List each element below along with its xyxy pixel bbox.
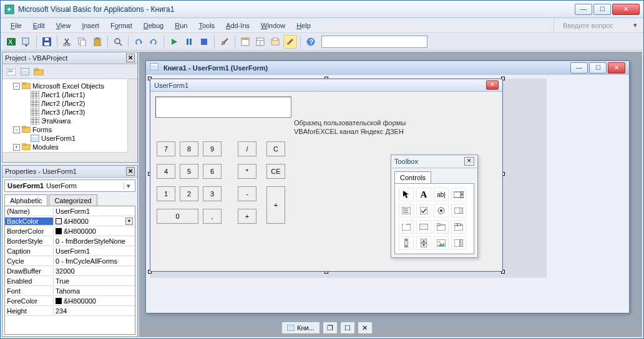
tree-workbook[interactable]: ЭтаКнига: [41, 117, 71, 125]
tool-multipage-icon[interactable]: [451, 220, 466, 234]
help-search-input[interactable]: Введите вопрос: [559, 22, 632, 29]
project-explorer-icon[interactable]: [238, 35, 252, 49]
calc-btn-8[interactable]: 8: [180, 141, 198, 156]
tool-togglebutton-icon[interactable]: [451, 204, 466, 217]
calc-btn-plus[interactable]: +: [266, 186, 285, 224]
property-row[interactable]: EnabledTrue: [5, 276, 135, 286]
view-excel-icon[interactable]: X: [4, 35, 18, 49]
tree-sheet2[interactable]: Лист2 (Лист2): [41, 100, 85, 107]
tool-refedit-icon[interactable]: [451, 236, 466, 250]
properties-panel-close[interactable]: ✕: [126, 167, 135, 176]
menu-run[interactable]: Run: [170, 21, 192, 31]
calc-btn-minus[interactable]: -: [238, 186, 256, 201]
properties-grid[interactable]: (Name)UserForm1BackColor&H8000▾BorderCol…: [4, 206, 135, 335]
insert-dropdown-icon[interactable]: [19, 35, 33, 49]
menu-insert[interactable]: Insert: [77, 21, 104, 31]
toolbox-close[interactable]: ✕: [464, 157, 474, 166]
view-code-icon[interactable]: [5, 65, 17, 78]
run-icon[interactable]: [167, 35, 181, 49]
calc-btn-comma[interactable]: ,: [203, 209, 222, 224]
taskbar-close-icon[interactable]: ✕: [358, 322, 373, 334]
paste-icon[interactable]: [90, 35, 104, 49]
property-row[interactable]: BorderStyle0 - fmBorderStyleNone: [5, 236, 135, 246]
tool-listbox-icon[interactable]: [399, 204, 414, 217]
copy-icon[interactable]: [76, 35, 89, 49]
tree-modules[interactable]: Modules: [32, 143, 59, 151]
tool-tabstrip-icon[interactable]: [434, 220, 449, 234]
mdi-maximize-button[interactable]: ☐: [589, 62, 607, 74]
tool-spinbutton-icon[interactable]: [416, 236, 431, 250]
tool-scrollbar-icon[interactable]: [399, 236, 414, 250]
tool-commandbutton-icon[interactable]: [416, 220, 431, 234]
menu-format[interactable]: Format: [105, 21, 137, 31]
property-row[interactable]: Height234: [5, 306, 135, 316]
find-icon[interactable]: [111, 35, 125, 49]
undo-icon[interactable]: [132, 35, 145, 49]
tree-sheet3[interactable]: Лист3 (Лист3): [41, 108, 85, 116]
taskbar-restore-icon[interactable]: ❐: [323, 322, 338, 334]
project-panel-close[interactable]: ✕: [126, 54, 135, 62]
toolbox-window[interactable]: Toolbox ✕ Controls A ab|: [391, 155, 478, 258]
tool-frame-icon[interactable]: [399, 220, 414, 234]
reset-icon[interactable]: [197, 35, 211, 49]
menu-tools[interactable]: Tools: [193, 21, 220, 31]
calc-btn-divide[interactable]: /: [238, 141, 256, 156]
properties-object-combo[interactable]: UserForm1UserForm ▾: [4, 179, 135, 192]
calculator-display[interactable]: [155, 97, 291, 118]
property-row[interactable]: DrawBuffer32000: [5, 266, 135, 276]
taskbar-item[interactable]: Кни...: [281, 322, 320, 334]
help-search-dropdown[interactable]: ▾: [632, 21, 638, 29]
cut-icon[interactable]: [61, 35, 74, 49]
tree-sheet1[interactable]: Лист1 (Лист1): [41, 91, 85, 98]
property-row[interactable]: FontTahoma: [5, 286, 135, 296]
calc-btn-9[interactable]: 9: [203, 141, 222, 156]
tool-combobox-icon[interactable]: [451, 188, 466, 201]
break-icon[interactable]: [182, 35, 196, 49]
toggle-folders-icon[interactable]: [32, 65, 45, 78]
calc-btn-plus2[interactable]: +: [238, 209, 256, 224]
design-mode-icon[interactable]: [218, 35, 232, 49]
calc-btn-7[interactable]: 7: [157, 141, 175, 156]
project-tree[interactable]: −Microsoft Excel Objects Лист1 (Лист1) Л…: [2, 79, 137, 154]
tool-pointer-icon[interactable]: [399, 188, 414, 201]
position-combo[interactable]: [321, 36, 427, 48]
calc-btn-ce[interactable]: CE: [266, 164, 285, 179]
form-designer[interactable]: UserForm1 ✕ Образец пользовательской фор…: [150, 79, 547, 278]
calc-btn-multiply[interactable]: *: [238, 164, 256, 179]
calc-btn-6[interactable]: 6: [203, 164, 222, 179]
save-icon[interactable]: [40, 35, 54, 49]
property-row[interactable]: ForeColor&H800000: [5, 296, 135, 306]
view-object-icon[interactable]: [19, 65, 31, 78]
properties-tab-alphabetic[interactable]: Alphabetic: [4, 194, 47, 206]
mdi-minimize-button[interactable]: —: [570, 62, 588, 74]
toolbox-tab-controls[interactable]: Controls: [394, 171, 431, 183]
menu-file[interactable]: File: [6, 21, 27, 31]
menu-edit[interactable]: Edit: [28, 21, 50, 31]
property-row[interactable]: (Name)UserForm1: [5, 206, 135, 216]
minimize-button[interactable]: —: [575, 4, 592, 15]
menu-debug[interactable]: Debug: [139, 21, 168, 31]
calc-btn-c[interactable]: C: [266, 141, 285, 156]
property-row[interactable]: CaptionUserForm1: [5, 246, 135, 256]
object-browser-icon[interactable]: [268, 35, 282, 49]
maximize-button[interactable]: ☐: [593, 4, 611, 15]
tool-image-icon[interactable]: [434, 236, 449, 250]
tree-vscroll[interactable]: [127, 79, 137, 152]
taskbar-maximize-icon[interactable]: ☐: [340, 322, 355, 334]
tool-checkbox-icon[interactable]: [416, 204, 431, 217]
tool-label-icon[interactable]: A: [416, 188, 431, 201]
property-row[interactable]: Cycle0 - fmCycleAllForms: [5, 256, 135, 266]
properties-window-icon[interactable]: [253, 35, 267, 49]
tree-userform1[interactable]: UserForm1: [41, 135, 76, 142]
tree-hscroll[interactable]: [2, 152, 127, 162]
menu-view[interactable]: View: [51, 21, 76, 31]
calc-btn-0[interactable]: 0: [157, 209, 198, 224]
calc-btn-2[interactable]: 2: [180, 186, 198, 201]
property-row[interactable]: BackColor&H8000▾: [5, 216, 135, 226]
redo-icon[interactable]: [147, 35, 160, 49]
calc-btn-1[interactable]: 1: [157, 186, 175, 201]
toolbox-icon[interactable]: [283, 35, 297, 49]
properties-tab-categorized[interactable]: Categorized: [49, 194, 97, 206]
menu-help[interactable]: Help: [291, 21, 316, 31]
help-icon[interactable]: ?: [304, 35, 318, 49]
